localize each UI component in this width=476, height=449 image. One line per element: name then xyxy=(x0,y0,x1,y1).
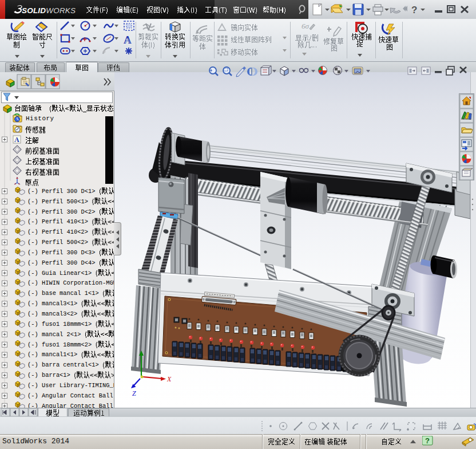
svg-text:?: ? xyxy=(425,436,430,445)
svg-text:SOLIDWORKS: SOLIDWORKS xyxy=(22,6,76,15)
svg-text:6σ: 6σ xyxy=(302,22,310,30)
svg-text:X: X xyxy=(166,375,172,383)
svg-text:?: ? xyxy=(411,5,417,15)
svg-text:Z: Z xyxy=(132,389,136,397)
svg-text:A: A xyxy=(125,36,131,45)
